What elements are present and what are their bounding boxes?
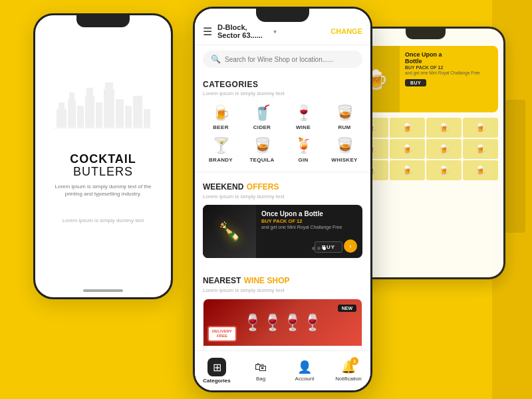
nearest-subtitle: Lorem ipsum is simply dummy text — [203, 287, 362, 293]
categories-nav-label: Categories — [203, 378, 230, 384]
svg-rect-3 — [69, 92, 74, 99]
screen-content[interactable]: CATEGORIES Lorem ipsum is simply dummy t… — [195, 73, 370, 390]
cat-rum-label: RUM — [338, 124, 350, 130]
cat-gin[interactable]: 🍹 GIN — [285, 136, 321, 163]
dot-1 — [312, 247, 315, 250]
cat-cider-label: CIDER — [253, 124, 271, 130]
cat-wine[interactable]: 🍷 WINE — [285, 103, 321, 130]
svg-rect-14 — [53, 128, 153, 129]
offers-highlight-label: OFFERS — [247, 182, 279, 192]
new-badge: NEW — [338, 305, 356, 312]
delivery-badge: DELIVERYFREE — [207, 326, 237, 342]
phone-left-notch — [76, 15, 130, 27]
tequila-icon: 🥃 — [253, 136, 271, 156]
categories-subtitle: Lorem ipsum is simply dummy text — [203, 90, 362, 96]
cat-tequila[interactable]: 🥃 TEQUILA — [244, 136, 280, 163]
app-bottom-text: Lorem ipsum is simply dummy text — [63, 217, 144, 223]
search-input[interactable] — [225, 56, 354, 63]
svg-rect-5 — [85, 96, 94, 129]
categories-grid: 🍺 BEER 🥤 CIDER 🍷 WINE 🥃 RUM — [203, 103, 362, 163]
second-bottles-grid: 🍺 🍺 🍺 🍺 🍺 🍺 🍺 🍺 🍺 🍺 🍺 🍺 — [353, 118, 498, 180]
svg-rect-1 — [59, 102, 65, 109]
beer-icon: 🍺 — [212, 103, 230, 123]
nav-categories[interactable]: ⊞ Categories — [195, 358, 239, 384]
location-arrow-icon: ▾ — [273, 28, 277, 35]
svg-rect-7 — [96, 102, 102, 129]
brandy-icon: 🍸 — [212, 136, 230, 156]
cat-gin-label: GIN — [298, 157, 308, 163]
menu-icon[interactable]: ☰ — [203, 25, 212, 38]
weekend-label: WEEKEND — [203, 182, 243, 192]
svg-rect-0 — [57, 109, 66, 129]
weekend-title: WEEKEND OFFERS — [203, 180, 362, 192]
svg-rect-10 — [116, 99, 124, 129]
nav-notification[interactable]: 🔔 3 Notification — [327, 360, 370, 382]
svg-rect-9 — [105, 82, 113, 89]
categories-section: CATEGORIES Lorem ipsum is simply dummy t… — [195, 73, 370, 171]
second-offer-pack: BUY PACK OF 12 — [405, 65, 493, 70]
cat-brandy-label: BRANDY — [209, 157, 233, 163]
offer-dots — [312, 247, 326, 250]
phone-main-notch — [256, 9, 309, 22]
cat-beer[interactable]: 🍺 BEER — [203, 103, 239, 130]
search-icon: 🔍 — [211, 55, 221, 64]
svg-rect-11 — [125, 106, 132, 129]
nearest-title: NEAREST WINE SHOP — [203, 274, 362, 286]
svg-rect-4 — [77, 106, 84, 129]
svg-rect-8 — [104, 89, 114, 129]
nearest-label: NEAREST — [203, 276, 241, 285]
second-offer-free: and get one Mini Royal Challange Free — [405, 70, 493, 75]
nav-bag[interactable]: 🛍 Bag — [239, 360, 283, 382]
dot-2 — [317, 247, 321, 250]
cat-wine-label: WINE — [296, 124, 311, 130]
rum-icon: 🥃 — [336, 103, 354, 123]
notification-badge: 3 — [350, 357, 358, 365]
offer-title: Once Upon a Bottle — [261, 210, 357, 217]
phone-screen: ☰ D-Block, Sector 63...... ▾ CHANGE 🔍 CA… — [195, 9, 370, 390]
home-indicator — [83, 289, 123, 292]
bottle-icon: 🍾 — [218, 221, 241, 243]
svg-rect-13 — [144, 109, 150, 129]
whiskey-icon: 🥃 — [336, 136, 354, 156]
svg-rect-6 — [86, 88, 93, 96]
nearest-highlight-label: WINE SHOP — [244, 276, 290, 285]
offer-free: and get one Mini Royal Challange Free — [261, 225, 357, 229]
grid-icon: ⊞ — [207, 358, 226, 376]
search-bar[interactable]: 🔍 — [203, 51, 362, 68]
account-nav-icon: 👤 — [297, 360, 312, 374]
cider-icon: 🥤 — [253, 103, 271, 123]
app-subtitle: Lorem ipsum is simply dummy text of the … — [49, 183, 158, 198]
gin-icon: 🍹 — [295, 136, 313, 156]
svg-rect-2 — [68, 99, 76, 129]
phone-second-notch — [406, 29, 446, 39]
nav-account[interactable]: 👤 Account — [283, 360, 327, 382]
offer-next-button[interactable]: › — [344, 239, 357, 253]
notification-nav-icon: 🔔 3 — [341, 360, 356, 374]
phone-left: COCKTAIL BUTLERS Lorem ipsum is simply d… — [33, 13, 173, 299]
city-skyline-icon — [53, 76, 153, 129]
second-buy-button[interactable]: BUY — [405, 79, 426, 86]
dot-3 — [323, 247, 326, 250]
cat-whiskey[interactable]: 🥃 WHISKEY — [327, 136, 362, 163]
categories-nav-icon: ⊞ — [207, 358, 226, 376]
cat-brandy[interactable]: 🍸 BRANDY — [203, 136, 239, 163]
cat-cider[interactable]: 🥤 CIDER — [244, 103, 280, 130]
account-nav-label: Account — [295, 376, 315, 382]
wine-icon: 🍷 — [295, 103, 313, 123]
cat-rum[interactable]: 🥃 RUM — [327, 103, 362, 130]
svg-rect-12 — [133, 96, 142, 129]
change-button[interactable]: CHANGE — [331, 27, 362, 35]
left-phone-content: COCKTAIL BUTLERS Lorem ipsum is simply d… — [35, 140, 171, 237]
location-text: D-Block, Sector 63...... — [217, 23, 272, 39]
categories-title: CATEGORIES — [203, 80, 362, 89]
notification-nav-label: Notification — [335, 376, 362, 382]
bg-right-inner — [505, 100, 525, 233]
bag-nav-label: Bag — [256, 376, 265, 382]
app-title: COCKTAIL BUTLERS — [49, 153, 158, 180]
offers-subtitle: Lorem ipsum is simply dummy text — [203, 194, 362, 200]
offer-card[interactable]: 🍾 Once Upon a Bottle BUY PACK OF 12 and … — [203, 205, 362, 258]
second-offer-title: Once Upon aBottle — [405, 51, 493, 65]
bag-nav-icon: 🛍 — [255, 360, 267, 374]
second-offer-content: Once Upon aBottle BUY PACK OF 12 and get… — [400, 46, 498, 112]
second-offer-card: 12 🍺 Once Upon aBottle BUY PACK OF 12 an… — [353, 46, 498, 112]
